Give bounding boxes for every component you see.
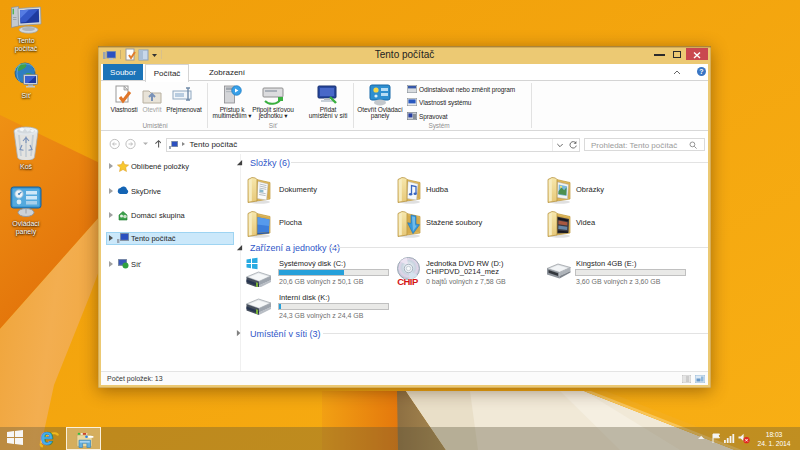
- svg-text:e: e: [41, 429, 54, 448]
- svg-text:CHIP: CHIP: [397, 276, 419, 287]
